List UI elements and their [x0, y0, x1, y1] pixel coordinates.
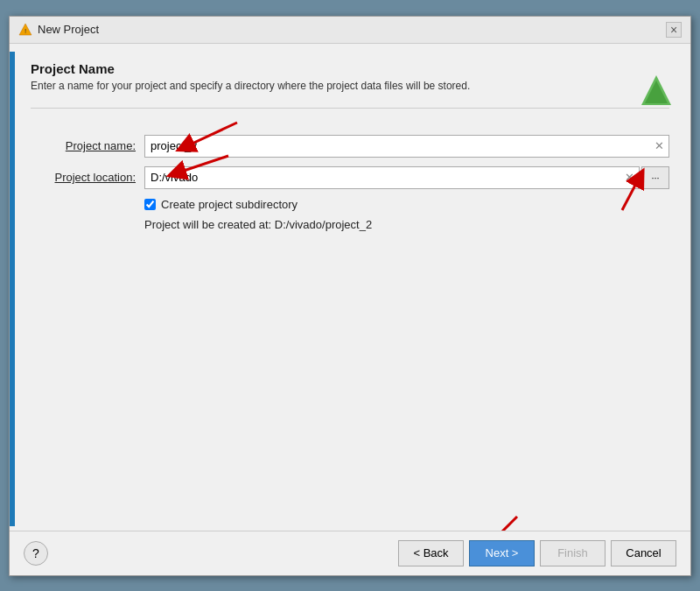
project-path-info: Project will be created at: D:/vivado/pr… [144, 218, 669, 231]
project-name-input[interactable] [144, 135, 669, 158]
project-name-label: Project name: [31, 139, 144, 152]
logo-area [638, 72, 675, 111]
back-button[interactable]: < Back [398, 540, 464, 566]
project-name-input-wrapper: ✕ [144, 135, 669, 158]
svg-text:!: ! [24, 27, 26, 35]
browse-button[interactable]: ··· [641, 166, 669, 189]
annotation-arrows [10, 44, 690, 531]
footer-buttons: < Back Next > Finish Cancel [398, 540, 676, 566]
create-subdirectory-checkbox[interactable] [144, 199, 156, 210]
page-title: Project Name [31, 61, 669, 76]
header-divider [31, 108, 669, 109]
project-location-label: Project location: [31, 171, 144, 184]
next-button[interactable]: Next > [469, 540, 535, 566]
project-name-row: Project name: ✕ [31, 135, 669, 158]
new-project-dialog: ! New Project × Project Name Enter a nam… [9, 16, 691, 576]
create-subdirectory-label: Create project subdirectory [161, 198, 298, 211]
project-location-input[interactable] [144, 166, 640, 189]
form-area: Project name: ✕ Project location: ✕ ··· … [31, 135, 669, 231]
close-button[interactable]: × [666, 22, 682, 38]
finish-button[interactable]: Finish [540, 540, 606, 566]
page-subtitle: Enter a name for your project and specif… [31, 80, 669, 92]
footer: ? < Back Next > Finish Cancel [10, 531, 690, 575]
cancel-button[interactable]: Cancel [611, 540, 676, 566]
content-area: Project Name Enter a name for your proje… [10, 44, 690, 531]
title-bar: ! New Project × [10, 17, 690, 44]
project-location-row: Project location: ✕ ··· [31, 166, 669, 189]
dialog-icon: ! [18, 23, 32, 37]
project-location-clear-button[interactable]: ✕ [620, 169, 638, 186]
project-name-clear-button[interactable]: ✕ [650, 137, 668, 155]
project-location-input-wrapper: ✕ [144, 166, 640, 189]
help-button[interactable]: ? [24, 541, 48, 566]
checkbox-row: Create project subdirectory [144, 198, 669, 211]
dialog-title: New Project [38, 23, 99, 36]
svg-line-8 [473, 517, 517, 531]
page-header: Project Name Enter a name for your proje… [31, 61, 669, 92]
